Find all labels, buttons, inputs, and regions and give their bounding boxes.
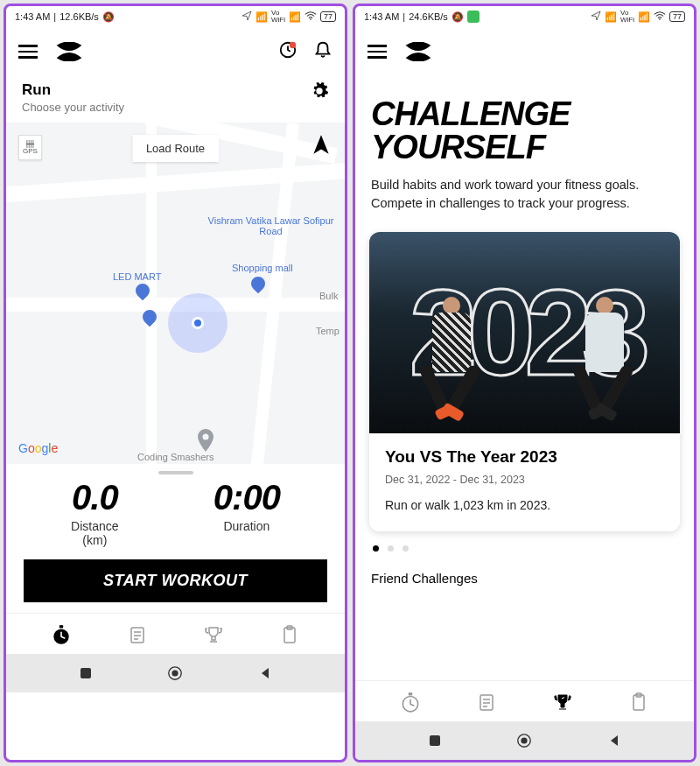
- challenge-description: Run or walk 1,023 km in 2023.: [385, 498, 664, 512]
- wifi-icon: [304, 11, 317, 23]
- battery-icon: 77: [669, 11, 685, 22]
- vowifi-icon: VoWiFi: [620, 10, 634, 24]
- back-button[interactable]: [257, 665, 273, 681]
- svg-point-11: [172, 670, 178, 676]
- phone-right: 1:43 AM | 24.6KB/s 🔕 📶 VoWiFi 📶 77 CHALL…: [353, 4, 696, 762]
- map-view[interactable]: |||| GPS Load Route Vishram Vatika Lawar…: [6, 123, 345, 464]
- status-time: 1:43 AM: [364, 11, 399, 22]
- active-indicator-icon: [467, 11, 480, 23]
- start-workout-button[interactable]: START WORKOUT: [24, 559, 327, 602]
- map-place-ledmart[interactable]: LED MART: [113, 271, 161, 282]
- distance-unit: (km): [71, 533, 118, 547]
- wifi-icon: [654, 11, 666, 23]
- compass-icon[interactable]: [312, 133, 331, 161]
- distance-value: 0.0: [71, 478, 118, 517]
- runner-figure-icon: [575, 293, 636, 416]
- nav-log[interactable]: [125, 622, 150, 647]
- system-nav: [6, 654, 345, 692]
- dot-2[interactable]: [388, 545, 394, 552]
- app-header: [6, 27, 345, 76]
- challenge-card[interactable]: 2023 You VS The Year 2023 Dec 31, 2022 -…: [369, 232, 680, 531]
- svg-point-2: [290, 42, 296, 48]
- recent-apps-button[interactable]: [427, 733, 443, 748]
- svg-rect-18: [430, 735, 440, 746]
- map-place-temp: Temp: [316, 326, 340, 336]
- phone-left: 1:43 AM | 12.6KB/s 🔕 📶 VoWiFi 📶 77: [4, 4, 347, 762]
- svg-point-20: [522, 737, 528, 743]
- dot-1[interactable]: [373, 545, 379, 552]
- bottom-nav: [355, 680, 694, 721]
- current-location-icon: [168, 293, 228, 353]
- vowifi-icon: VoWiFi: [271, 10, 285, 24]
- map-place-vishram[interactable]: Vishram Vatika Lawar Sofipur Road: [197, 215, 345, 236]
- menu-button[interactable]: [368, 45, 387, 59]
- map-place-coding[interactable]: Coding Smashers: [137, 452, 214, 462]
- map-place-bulk: Bulk: [319, 291, 338, 301]
- nav-stopwatch[interactable]: [49, 622, 74, 647]
- nav-stopwatch[interactable]: [398, 690, 423, 714]
- map-pin-icon[interactable]: [251, 277, 265, 294]
- settings-icon[interactable]: [310, 81, 329, 104]
- challenge-dates: Dec 31, 2022 - Dec 31, 2023: [385, 474, 664, 486]
- menu-button[interactable]: [18, 45, 38, 59]
- status-speed: 24.6KB/s: [409, 11, 448, 22]
- svg-rect-9: [80, 668, 91, 678]
- gps-badge[interactable]: |||| GPS: [18, 135, 42, 160]
- challenge-card-image: 2023: [369, 232, 680, 433]
- home-button[interactable]: [167, 665, 183, 681]
- bottom-nav: [6, 613, 345, 654]
- svg-point-12: [659, 18, 661, 20]
- location-icon: [242, 11, 252, 23]
- activity-header: Run Choose your activity: [6, 76, 345, 123]
- signal-icon-2: 📶: [638, 11, 650, 23]
- map-pin-icon[interactable]: [143, 310, 157, 327]
- activity-subtitle: Choose your activity: [22, 101, 124, 114]
- battery-icon: 77: [320, 11, 336, 22]
- challenge-title: You VS The Year 2023: [385, 447, 664, 467]
- bell-icon[interactable]: [313, 40, 332, 63]
- nav-clipboard[interactable]: [626, 690, 651, 714]
- activity-title[interactable]: Run: [22, 81, 124, 99]
- signal-icon: 📶: [605, 11, 617, 23]
- status-bar: 1:43 AM | 24.6KB/s 🔕 📶 VoWiFi 📶 77: [355, 6, 694, 27]
- status-time: 1:43 AM: [15, 11, 50, 22]
- home-button[interactable]: [516, 733, 532, 748]
- ua-logo-icon: [402, 42, 434, 61]
- stats-panel: 0.0 Distance (km) 0:00 Duration: [6, 474, 345, 559]
- runner-figure-icon: [422, 293, 483, 416]
- distance-label: Distance: [71, 519, 118, 533]
- signal-icon-2: 📶: [289, 11, 301, 23]
- recent-apps-button[interactable]: [78, 665, 94, 681]
- ua-logo-icon: [53, 42, 85, 61]
- google-logo: Google: [18, 441, 58, 455]
- svg-rect-5: [60, 625, 63, 628]
- back-button[interactable]: [606, 733, 622, 748]
- challenge-subhead: Build habits and work toward your fitnes…: [355, 171, 694, 232]
- carousel-dots[interactable]: [355, 531, 694, 566]
- friend-challenges-heading: Friend Challenges: [355, 566, 694, 589]
- app-header: [355, 27, 694, 76]
- location-icon: [591, 11, 601, 23]
- svg-point-0: [310, 18, 312, 20]
- dot-3[interactable]: [402, 545, 409, 552]
- nav-clipboard[interactable]: [277, 622, 302, 647]
- system-nav: [355, 721, 694, 760]
- dnd-icon: 🔕: [102, 11, 115, 23]
- status-bar: 1:43 AM | 12.6KB/s 🔕 📶 VoWiFi 📶 77: [6, 6, 345, 27]
- svg-point-3: [203, 434, 209, 440]
- duration-label: Duration: [214, 519, 280, 533]
- duration-value: 0:00: [214, 478, 280, 517]
- nav-log[interactable]: [474, 690, 499, 714]
- map-pin-icon[interactable]: [136, 284, 150, 301]
- load-route-button[interactable]: Load Route: [132, 135, 219, 162]
- activity-icon[interactable]: [278, 40, 298, 63]
- dnd-icon: 🔕: [452, 11, 464, 23]
- status-speed: 12.6KB/s: [60, 11, 99, 22]
- challenge-headline: CHALLENGE YOURSELF: [355, 76, 694, 171]
- signal-icon: 📶: [256, 11, 268, 23]
- nav-trophy[interactable]: [550, 690, 575, 714]
- svg-rect-14: [409, 692, 412, 695]
- nav-trophy[interactable]: [201, 622, 226, 647]
- map-place-shopping[interactable]: Shopping mall: [232, 263, 293, 273]
